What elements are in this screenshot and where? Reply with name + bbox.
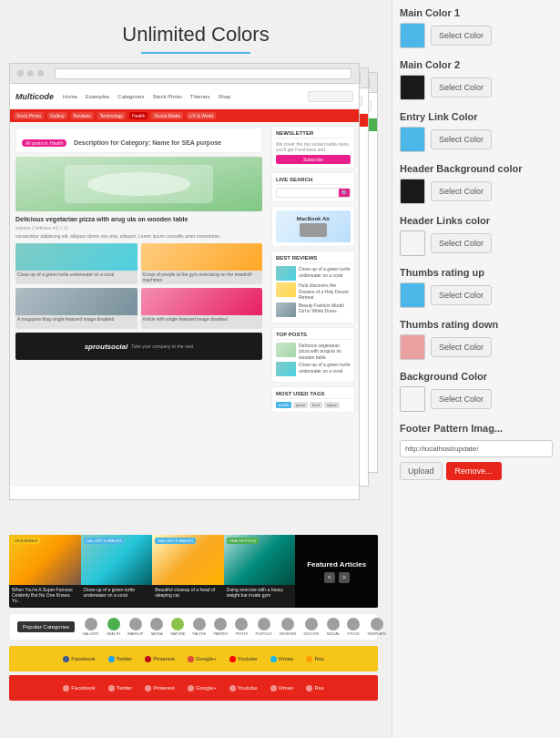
red-tb-item-health: Health <box>129 112 148 119</box>
cat-icon-palter: PALTER <box>193 618 207 636</box>
strip-badge-1: US & WORLD <box>12 538 40 544</box>
main-color-2-button[interactable]: Select Color <box>431 77 492 97</box>
thumbs-down-button[interactable]: Select Color <box>431 337 492 357</box>
background-color-label: Background Color <box>400 371 553 382</box>
red-toolbar-front: Stock Photo Gallery Reviews Technology H… <box>10 109 359 122</box>
footer-link-facebook[interactable]: Facebook <box>63 685 95 692</box>
nav-search-1 <box>308 91 353 102</box>
footer-pattern-label: Footer Pattern Imag... <box>400 423 553 434</box>
sidebar-column: NEWSLETTER We cover the top social media… <box>268 122 359 487</box>
header-links-color-swatch <box>400 231 425 256</box>
review-thumb <box>276 302 296 317</box>
social-link-pinterest[interactable]: Pinterest <box>145 656 175 662</box>
footer-googleplus-label: Google+ <box>196 685 217 691</box>
cat-label-gallery: GALLERY <box>82 631 98 636</box>
footer-pinterest-label: Pinterest <box>153 685 175 691</box>
bottom-strip: US & WORLD When You're A Super-Famous Ce… <box>9 535 378 608</box>
social-link-youtube[interactable]: Youtube <box>229 656 258 662</box>
cat-label-nature: NATURE <box>170 631 185 636</box>
thumbs-up-button[interactable]: Select Color <box>431 285 492 305</box>
review-text: Hula discovers the Dreams of a Holy Dese… <box>299 282 351 301</box>
category-subtitle: Description for Category: Name for SEA p… <box>74 139 221 146</box>
header-bg-color-button[interactable]: Select Color <box>431 181 492 201</box>
strip-item-1: US & WORLD When You're A Super-Famous Ce… <box>9 535 81 608</box>
footer-link-rss[interactable]: Rss <box>306 685 323 692</box>
main-color-2-row: Select Color <box>400 75 553 100</box>
footer-pattern-url-input[interactable] <box>400 440 553 457</box>
review-item: Beauty Fashion Model Girl in White Dress <box>276 302 351 317</box>
review-text: Beauty Fashion Model Girl in White Dress <box>299 302 351 317</box>
popular-categories-button[interactable]: Popular Categories <box>17 621 75 632</box>
cat-label-parent: PARENT <box>214 631 229 636</box>
header-bg-color-row: Select Color <box>400 179 553 204</box>
strip-badge-2: GALLERY & IMAGES <box>84 538 125 544</box>
header-bg-color-label: Header Background color <box>400 163 553 174</box>
pinterest-icon <box>145 656 151 662</box>
cat-icon-media: MEDIA <box>150 618 163 636</box>
browser-url-bar <box>55 68 351 79</box>
review-text: Close-up of a green turtle underwater on… <box>299 266 351 281</box>
article-excerpt: consectetur adipiscing elit. aliquam don… <box>15 233 262 240</box>
widget-title-search: LIVE SEARCH <box>276 177 351 185</box>
social-link-rss[interactable]: Rss <box>306 656 323 662</box>
strip-item-3: GALLERY & IMAGES Beautiful closeup of a … <box>152 535 224 608</box>
cat-label-soccer: SOCCER <box>303 631 319 636</box>
cat-label-media: MEDIA <box>151 631 163 636</box>
cat-circle-nature <box>171 618 184 630</box>
main-color-2-section: Main Color 2 Select Color <box>400 59 553 100</box>
footer-link-googleplus[interactable]: Google+ <box>188 685 217 692</box>
widget-title-newsletter: NEWSLETTER <box>276 130 351 138</box>
footer-pinterest-icon <box>145 685 151 692</box>
thumbs-down-swatch <box>400 334 425 360</box>
cat-icon-stock: STOCK <box>347 618 360 636</box>
red-tb-item: Technology <box>97 112 126 119</box>
nav-item: Examples <box>83 92 112 101</box>
pinterest-label: Pinterest <box>153 656 175 661</box>
social-link-vimeo[interactable]: Vimeo <box>270 656 294 662</box>
entry-link-color-row: Select Color <box>400 127 553 152</box>
next-arrow[interactable]: > <box>339 572 350 583</box>
strip-caption-2: Close-up of a green turtle underwater on… <box>81 585 153 600</box>
live-search-widget: LIVE SEARCH 🔍 <box>271 172 355 202</box>
top-post-text: Close-up of a green turtle underwater on… <box>299 362 351 376</box>
prev-arrow[interactable]: < <box>324 572 335 583</box>
header-links-color-button[interactable]: Select Color <box>431 233 492 253</box>
social-link-googleplus[interactable]: Google+ <box>188 656 217 662</box>
twitter-icon <box>108 656 115 662</box>
nav-item: Themes <box>188 92 213 101</box>
nav-item: Categories <box>115 92 147 101</box>
remove-button[interactable]: Remove... <box>446 462 502 480</box>
mockup-layer-1: Multicode Home Examples Categories Stock… <box>9 63 360 500</box>
thumbs-up-swatch <box>400 282 425 308</box>
cat-circle-stock <box>347 618 360 630</box>
upload-button[interactable]: Upload <box>400 462 443 480</box>
cat-icon-social: SOCIAL <box>326 618 340 636</box>
title-area: Unlimited Colors <box>9 9 382 63</box>
social-link-twitter[interactable]: Twitter <box>108 656 133 662</box>
footer-link-twitter[interactable]: Twitter <box>108 685 133 692</box>
widget-title-reviews: BEST REVIEWS <box>276 255 351 263</box>
background-color-button[interactable]: Select Color <box>431 389 492 409</box>
macbook-ad-widget: MacBook Air <box>271 206 355 247</box>
title-underline <box>141 52 250 54</box>
entry-link-color-label: Entry Link Color <box>400 111 553 122</box>
rss-icon <box>306 656 312 662</box>
footer-link-vimeo[interactable]: Vimeo <box>270 685 294 692</box>
footer-facebook-icon <box>63 685 69 692</box>
vimeo-label: Vimeo <box>279 656 294 661</box>
review-item: Close-up of a green turtle underwater on… <box>276 266 351 281</box>
main-color-1-button[interactable]: Select Color <box>431 26 492 46</box>
thumbs-down-label: Thumbs rating down <box>400 319 553 330</box>
cat-icon-reviews: REVIEWS <box>280 618 296 636</box>
footer-link-pinterest[interactable]: Pinterest <box>145 685 175 692</box>
footer-youtube-icon <box>229 685 236 692</box>
social-link-facebook[interactable]: Facebook <box>63 656 95 662</box>
review-thumb <box>276 282 296 297</box>
footer-link-youtube[interactable]: Youtube <box>229 685 258 692</box>
cat-circle-posts <box>235 618 248 630</box>
thumbs-up-row: Select Color <box>400 282 553 308</box>
entry-link-color-button[interactable]: Select Color <box>431 129 492 149</box>
footer-vimeo-label: Vimeo <box>279 685 294 691</box>
top-posts-widget: TOP POSTS Delicious vegetarian pizza wit… <box>271 327 355 384</box>
browser-dot <box>17 70 24 77</box>
